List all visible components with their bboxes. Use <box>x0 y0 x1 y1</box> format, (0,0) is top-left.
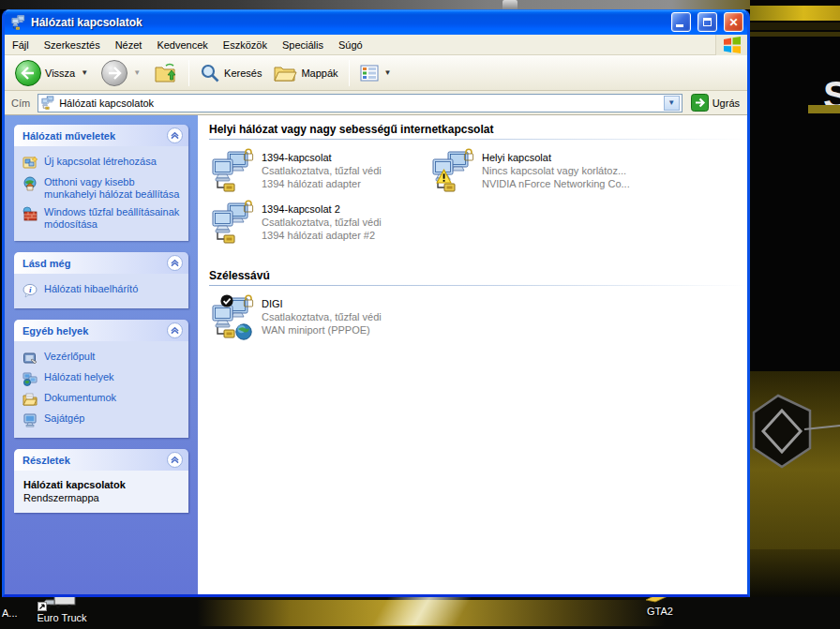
desktop-icon-euro-truck[interactable]: Euro Truck <box>26 594 98 623</box>
folders-icon <box>273 63 297 83</box>
views-button[interactable]: ▼ <box>355 63 398 83</box>
my-computer-icon <box>22 412 38 427</box>
menu-advanced[interactable]: Speciális <box>275 37 331 53</box>
forward-button[interactable]: ▼ <box>97 58 147 88</box>
connection-device: 1394 hálózati adapter #2 <box>262 229 382 242</box>
menu-view[interactable]: Nézet <box>108 37 150 53</box>
connection-digi[interactable]: DIGI Csatlakoztatva, tűzfal védi WAN min… <box>209 297 429 339</box>
views-dropdown-icon[interactable]: ▼ <box>382 68 394 77</box>
network-places-icon <box>22 371 38 386</box>
link-label: Hálózati hibaelhárító <box>44 283 138 295</box>
panel-see-also: Lásd még i Hálózati hibaelhárító <box>14 252 188 308</box>
desktop-icon-label: GTA2 <box>634 606 686 617</box>
explorer-window: Hálózati kapcsolatok ✕ Fájl Szerkesztés … <box>2 9 750 597</box>
network-connection-icon <box>209 202 253 245</box>
link-label: Vezérlőpult <box>44 351 95 363</box>
link-create-connection[interactable]: Új kapcsolat létrehozása <box>21 153 184 173</box>
go-label: Ugrás <box>712 97 740 109</box>
maximize-icon <box>703 18 712 26</box>
address-input[interactable]: Hálózati kapcsolatok ▼ <box>38 94 682 112</box>
collapse-chevron-icon[interactable] <box>167 127 183 143</box>
panel-details: Részletek Hálózati kapcsolatok Rendszerm… <box>14 449 188 513</box>
wallpaper-detail <box>808 105 840 113</box>
window-icon <box>10 15 26 30</box>
new-connection-icon <box>22 156 38 171</box>
link-label: Windows tűzfal beállításainak módosítása <box>44 206 182 231</box>
connection-name: 1394-kapcsolat <box>262 151 382 164</box>
connection-name: 1394-kapcsolat 2 <box>262 202 382 216</box>
details-folder-type: Rendszermappa <box>23 492 179 503</box>
menu-tools[interactable]: Eszközök <box>216 37 275 53</box>
wallpaper-highlight <box>371 597 472 625</box>
title-bar[interactable]: Hálózati kapcsolatok ✕ <box>5 9 747 35</box>
folders-button[interactable]: Mappák <box>268 61 342 85</box>
connection-1394[interactable]: 1394-kapcsolat Csatlakoztatva, tűzfal vé… <box>209 151 429 193</box>
connection-status: Nincs kapcsolat vagy korlátoz... <box>482 164 630 177</box>
wallpaper-band <box>750 32 840 37</box>
back-icon <box>15 60 41 86</box>
link-network-troubleshooter[interactable]: i Hálózati hibaelhárító <box>21 280 184 301</box>
link-label: Új kapcsolat létrehozása <box>44 156 157 168</box>
panel-other-places-header[interactable]: Egyéb helyek <box>14 320 188 341</box>
panel-network-tasks: Hálózati műveletek Új kapcsolat létrehoz <box>14 125 188 241</box>
lock-badge-icon <box>243 148 254 161</box>
close-button[interactable]: ✕ <box>724 12 743 32</box>
collapse-chevron-icon[interactable] <box>167 255 183 271</box>
panel-details-header[interactable]: Részletek <box>14 449 188 471</box>
toolbar: Vissza ▼ ▼ <box>5 55 747 91</box>
menu-help[interactable]: Súgó <box>331 37 370 53</box>
link-label: Otthoni vagy kisebb munkahelyi hálózat b… <box>44 176 182 201</box>
link-setup-home-network[interactable]: Otthoni vagy kisebb munkahelyi hálózat b… <box>21 173 184 203</box>
documents-icon <box>22 392 38 407</box>
minimize-button[interactable] <box>671 12 691 32</box>
group-divider <box>209 285 747 286</box>
link-network-places[interactable]: Hálózati helyek <box>21 368 184 389</box>
maximize-button[interactable] <box>698 12 717 32</box>
link-documents[interactable]: Dokumentumok <box>21 389 184 410</box>
windows-logo-icon <box>715 35 747 55</box>
search-icon <box>200 63 220 83</box>
connection-1394-2[interactable]: 1394-kapcsolat 2 Csatlakoztatva, tűzfal … <box>209 202 429 245</box>
menu-bar: Fájl Szerkesztés Nézet Kedvencek Eszközö… <box>5 35 747 55</box>
connection-device: WAN miniport (PPPOE) <box>262 323 382 337</box>
network-connection-icon <box>209 297 253 339</box>
panel-see-also-header[interactable]: Lásd még <box>14 252 188 274</box>
menu-edit[interactable]: Szerkesztés <box>37 37 108 53</box>
up-button[interactable] <box>149 60 183 86</box>
link-my-computer[interactable]: Sajátgép <box>21 410 184 430</box>
back-label: Vissza <box>45 67 75 79</box>
panel-network-tasks-header[interactable]: Hálózati műveletek <box>14 125 188 146</box>
group-title: Szélessávú <box>209 269 747 282</box>
address-label: Cím <box>8 97 33 109</box>
address-dropdown-icon[interactable]: ▼ <box>664 96 680 111</box>
collapse-chevron-icon[interactable] <box>167 452 183 468</box>
link-control-panel[interactable]: Vezérlőpult <box>21 348 184 368</box>
connection-helyi[interactable]: Helyi kapcsolat Nincs kapcsolat vagy kor… <box>429 151 650 193</box>
collapse-chevron-icon[interactable] <box>167 322 183 338</box>
address-value: Hálózati kapcsolatok <box>59 97 659 109</box>
link-label: Dokumentumok <box>44 392 116 404</box>
menu-file[interactable]: Fájl <box>5 37 37 53</box>
default-check-badge-icon <box>220 294 233 307</box>
desktop-icon-partial[interactable]: A... <box>2 607 18 619</box>
lock-badge-icon <box>243 294 254 307</box>
link-change-firewall-settings[interactable]: Windows tűzfal beállításainak módosítása <box>21 203 184 233</box>
forward-dropdown-icon[interactable]: ▼ <box>131 68 142 77</box>
wallpaper-right: S <box>750 0 840 629</box>
task-pane: Hálózati műveletek Új kapcsolat létrehoz <box>5 115 198 594</box>
lock-badge-icon <box>463 148 474 161</box>
up-folder-icon <box>154 62 178 84</box>
panel-title: Részletek <box>22 455 70 466</box>
connection-status: Csatlakoztatva, tűzfal védi <box>262 216 382 229</box>
back-dropdown-icon[interactable]: ▼ <box>79 68 90 77</box>
desktop-icon-label: A... <box>2 607 18 619</box>
menu-favorites[interactable]: Kedvencek <box>149 37 215 53</box>
forward-icon <box>101 60 128 86</box>
back-button[interactable]: Vissza ▼ <box>10 58 95 88</box>
network-connection-icon <box>429 151 473 193</box>
panel-title: Egyéb helyek <box>22 325 88 337</box>
address-location-icon <box>40 96 55 110</box>
car-brand-logo <box>750 382 840 490</box>
go-button[interactable]: Ugrás <box>687 93 743 112</box>
search-button[interactable]: Keresés <box>195 61 266 85</box>
